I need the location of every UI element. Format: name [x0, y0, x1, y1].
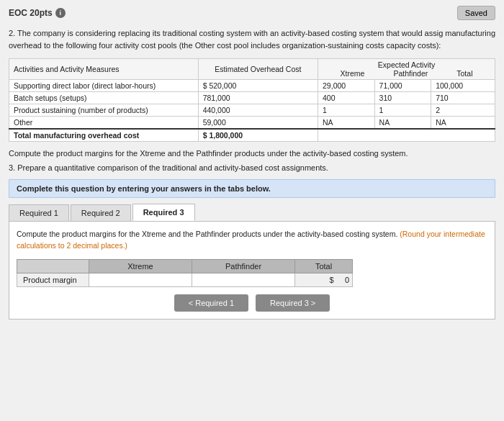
- instruction-box: Complete this question by entering your …: [9, 179, 495, 198]
- xtreme-2: 400: [318, 92, 375, 104]
- xtreme-1: 29,000: [318, 80, 375, 92]
- col-total: Total: [295, 259, 353, 273]
- total-value: 0: [345, 276, 349, 284]
- saved-button[interactable]: Saved: [457, 6, 495, 20]
- cost-2: 781,000: [198, 92, 318, 104]
- step3-text: 3. Prepare a quantitative comparison of …: [9, 163, 495, 172]
- tab-instruction: Compute the product margins for the Xtre…: [17, 229, 487, 252]
- activity-4: Other: [9, 117, 199, 130]
- xtreme-input-cell[interactable]: [89, 273, 192, 286]
- xtreme-4: NA: [318, 117, 375, 130]
- total-cell: $ 0: [295, 273, 353, 286]
- xtreme-input[interactable]: [91, 276, 190, 284]
- question-text: 2. The company is considering replacing …: [9, 27, 495, 51]
- table-row: Other 59,000 NA NA NA: [9, 117, 495, 130]
- total-3: 2: [431, 104, 495, 117]
- total-row: Total manufacturing overhead cost $ 1,80…: [9, 129, 495, 142]
- compute-text: Compute the product margins for the Xtre…: [9, 149, 495, 158]
- pathfinder-3: 1: [374, 104, 431, 117]
- top-bar: EOC 20pts i Saved: [9, 6, 495, 20]
- xtreme-3: 1: [318, 104, 375, 117]
- pathfinder-2: 310: [374, 92, 431, 104]
- activity-table: Activities and Activity Measures Estimat…: [9, 58, 495, 142]
- total-4: NA: [431, 117, 495, 130]
- next-button[interactable]: Required 3 >: [256, 294, 330, 312]
- nav-buttons: < Required 1 Required 3 >: [17, 294, 487, 312]
- product-margin-row: Product margin $ 0: [17, 273, 353, 286]
- page-container: EOC 20pts i Saved 2. The company is cons…: [0, 0, 504, 421]
- total-2: 710: [431, 92, 495, 104]
- dollar-sign: $: [329, 276, 333, 284]
- pathfinder-input-cell[interactable]: [192, 273, 295, 286]
- pathfinder-1: 71,000: [374, 80, 431, 92]
- expected-activity-header: Expected Activity Xtreme Pathfinder Tota…: [318, 59, 495, 80]
- info-icon: i: [55, 8, 66, 18]
- table-row: Product sustaining (number of products) …: [9, 104, 495, 117]
- col1-header: Activities and Activity Measures: [9, 59, 199, 80]
- cost-1: $ 520,000: [198, 80, 318, 92]
- activity-2: Batch setups (setups): [9, 92, 199, 104]
- eoc-label: EOC 20pts i: [9, 8, 66, 18]
- tab-required3[interactable]: Required 3: [132, 204, 195, 221]
- col-empty: [17, 259, 89, 273]
- total-cost: $ 1,800,000: [198, 129, 318, 142]
- activity-1: Supporting direct labor (direct labor-ho…: [9, 80, 199, 92]
- eoc-text: EOC 20pts: [9, 8, 53, 18]
- tab-required2[interactable]: Required 2: [71, 204, 131, 221]
- table-row: Supporting direct labor (direct labor-ho…: [9, 80, 495, 92]
- table-row: Batch setups (setups) 781,000 400 310 71…: [9, 92, 495, 104]
- cost-3: 440,000: [198, 104, 318, 117]
- total-1: 100,000: [431, 80, 495, 92]
- tab-required1[interactable]: Required 1: [9, 204, 69, 221]
- tab-content-required3: Compute the product margins for the Xtre…: [9, 221, 495, 320]
- product-margin-label: Product margin: [17, 273, 89, 286]
- col2-header: Estimated Overhead Cost: [198, 59, 318, 80]
- col-pathfinder: Pathfinder: [192, 259, 295, 273]
- tabs-row: Required 1 Required 2 Required 3: [9, 204, 495, 221]
- cost-4: 59,000: [198, 117, 318, 130]
- col-xtreme: Xtreme: [89, 259, 192, 273]
- prev-button[interactable]: < Required 1: [174, 294, 248, 312]
- pathfinder-4: NA: [374, 117, 431, 130]
- product-margin-table: Xtreme Pathfinder Total Product margin $: [17, 259, 353, 287]
- activity-3: Product sustaining (number of products): [9, 104, 199, 117]
- pathfinder-input[interactable]: [194, 276, 293, 284]
- total-label: Total manufacturing overhead cost: [9, 129, 199, 142]
